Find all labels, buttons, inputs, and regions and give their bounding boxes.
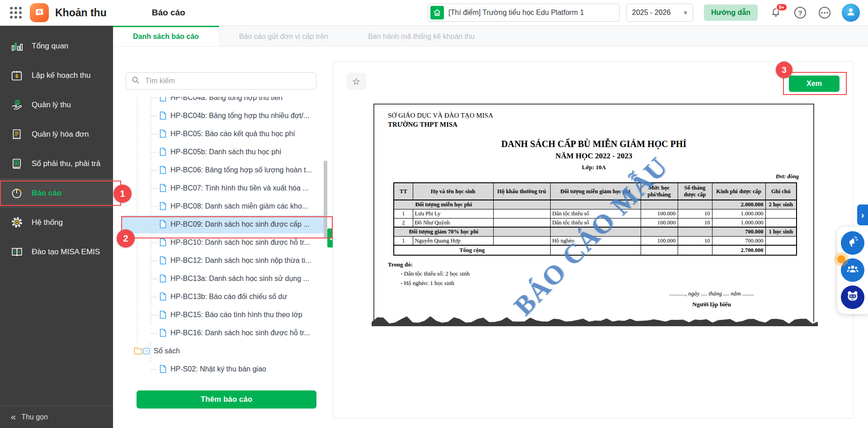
- tab-0[interactable]: Danh sách báo cáo: [113, 26, 219, 46]
- report-item-10[interactable]: HP-BC13a: Danh sách học sinh sử dụng ...: [122, 270, 325, 288]
- doc-table-cell: 1: [394, 236, 413, 245]
- app-grid-icon[interactable]: [10, 7, 22, 19]
- report-item-5[interactable]: HP-BC07: Tình hình thu tiền và xuất hóa …: [122, 179, 325, 197]
- announcements-button[interactable]: [841, 231, 864, 255]
- minus-box-icon[interactable]: [143, 348, 150, 354]
- report-item-7[interactable]: HP-BC09: Danh sách học sinh được cấp ...: [122, 215, 325, 233]
- add-report-button[interactable]: Thêm báo cáo: [137, 390, 316, 409]
- sidebar-item-6[interactable]: Hệ thống: [0, 208, 113, 237]
- tree-connector: [151, 170, 157, 171]
- file-icon: [159, 256, 167, 266]
- doc-table-cell: [493, 218, 550, 227]
- open-book-icon: [10, 246, 24, 258]
- tab-2[interactable]: Ban hành mã thống kê khoản thu: [348, 26, 495, 46]
- doc-table-row: 1Lưu Phi LyDân tộc thiểu số100.000101.00…: [394, 209, 797, 218]
- more-button[interactable]: [818, 6, 831, 19]
- sidebar-item-0[interactable]: Tổng quan: [0, 31, 113, 61]
- tree-connector: [151, 333, 157, 333]
- chevron-right-icon: [861, 210, 864, 220]
- guide-button[interactable]: Hướng dẫn: [704, 5, 758, 21]
- report-item-11[interactable]: HP-BC13b: Báo cáo đối chiếu số dư: [122, 288, 325, 306]
- list-scrollbar[interactable]: [324, 161, 327, 238]
- doc-table-cell: [765, 236, 797, 245]
- report-item-3[interactable]: HP-BC05b: Danh sách thu học phí: [122, 143, 325, 161]
- doc-table-row: Tổng cộng2.700.000: [394, 245, 797, 255]
- people-icon: [846, 263, 859, 277]
- user-avatar[interactable]: [842, 4, 860, 22]
- report-item-4[interactable]: HP-BC06: Bảng tổng hợp số lượng hoàn t..…: [122, 161, 325, 179]
- doc-table-cell: 100.000: [641, 209, 678, 218]
- chevron-down-icon: [684, 9, 688, 17]
- collapse-chevrons-icon: [11, 412, 16, 422]
- preview-panel: Xem SỞ GIÁO DỤC VÀ ĐÀO TẠO MISA TRƯỜNG T…: [333, 61, 854, 418]
- sidebar-collapse-button[interactable]: Thu gọn: [0, 405, 113, 428]
- report-item-0[interactable]: HP-BC04a: Bảng tổng hợp thu tiền: [122, 97, 325, 107]
- doc-table-cell: [493, 236, 550, 245]
- report-item-label: HP-S02: Nhật ký thu bàn giao: [170, 365, 266, 373]
- annotation-step-2: 2: [117, 229, 135, 247]
- report-search: [126, 72, 316, 90]
- tab-1[interactable]: Báo cáo gửi đơn vị cấp trên: [219, 26, 348, 46]
- doc-table-header-cell: Kinh phí được cấp: [712, 183, 765, 200]
- doc-table-cell: Hộ nghèo: [550, 236, 641, 245]
- file-icon: [159, 166, 167, 176]
- doc-table-cell: 1 học sinh: [765, 227, 797, 236]
- doc-table-cell: [550, 227, 641, 236]
- favorite-button[interactable]: [346, 73, 366, 90]
- doc-summary-line: - Hộ nghèo: 1 học sinh: [401, 280, 454, 287]
- doc-date-line: ..........., ngày .... tháng .... năm ..…: [637, 290, 786, 297]
- report-item-label: HP-BC15: Báo cáo tình hình thu theo lớp: [170, 311, 302, 319]
- notifications-button[interactable]: 9+: [769, 6, 782, 19]
- sidebar-item-7[interactable]: Đào tạo MISA EMIS: [0, 237, 113, 266]
- sidebar-item-4[interactable]: $Sổ phải thu, phải trả: [0, 149, 113, 178]
- doc-table-cell: [493, 209, 550, 218]
- sidebar-item-5[interactable]: Báo cáo: [0, 178, 113, 208]
- sidebar-item-3[interactable]: Quản lý hóa đơn: [0, 119, 113, 149]
- torn-paper-edge: [372, 315, 818, 327]
- doc-table-cell: 700.000: [712, 227, 765, 236]
- school-year-select[interactable]: 2025 - 2026: [626, 4, 693, 22]
- report-item-13[interactable]: HP-BC16: Danh sách học sinh được hỗ tr..…: [122, 324, 325, 342]
- report-item-2[interactable]: HP-BC05: Báo cáo kết quả thu học phí: [122, 125, 325, 143]
- school-selector[interactable]: [Thí điểm] Trường tiểu học Edu Platform …: [428, 4, 620, 22]
- doc-table-row: 1Nguyễn Quang HợpHộ nghèo100.00010700.00…: [394, 236, 797, 245]
- folder-so-sach[interactable]: Sổ sách: [122, 342, 325, 360]
- file-icon: [159, 202, 167, 212]
- sidebar-item-2[interactable]: $Quản lý thu: [0, 90, 113, 119]
- tree-connector: [151, 279, 157, 279]
- sidebar-item-1[interactable]: $Lập kế hoạch thu: [0, 61, 113, 90]
- help-button[interactable]: [794, 6, 807, 19]
- top-nav-bao-cao[interactable]: Báo cáo: [152, 8, 185, 18]
- doc-table-cell: 1.000.000: [712, 209, 765, 218]
- report-item-label: HP-BC07: Tình hình thu tiền và xuất hóa …: [170, 184, 309, 192]
- doc-table-cell: Dân tộc thiểu số: [550, 218, 641, 227]
- folder-child-0[interactable]: HP-S02: Nhật ký thu bàn giao: [122, 360, 325, 378]
- assistant-button[interactable]: [841, 285, 864, 309]
- report-item-9[interactable]: HP-BC12: Danh sách học sinh nộp thừa ti.…: [122, 252, 325, 270]
- svg-text:$: $: [15, 73, 18, 79]
- report-item-label: HP-BC16: Danh sách học sinh được hỗ tr..…: [170, 329, 310, 337]
- annotation-step-1: 1: [113, 185, 132, 203]
- svg-text:$: $: [38, 10, 41, 14]
- view-button[interactable]: Xem: [789, 76, 840, 92]
- report-item-label: HP-BC05: Báo cáo kết quả thu học phí: [170, 130, 295, 138]
- school-name: [Thí điểm] Trường tiểu học Edu Platform …: [448, 9, 584, 17]
- doc-table-cell: 2 học sinh: [765, 200, 797, 209]
- doc-table-cell: Nguyễn Quang Hợp: [413, 236, 493, 245]
- doc-table-cell: [641, 200, 678, 209]
- sidebar-item-label: Hệ thống: [32, 218, 63, 227]
- sidebar: Tổng quan$Lập kế hoạch thu$Quản lý thuQu…: [0, 26, 113, 428]
- file-icon: [159, 310, 167, 321]
- khoan-thu-app-logo[interactable]: $: [30, 3, 49, 22]
- bar-chart-icon: [10, 40, 24, 52]
- report-item-8[interactable]: HP-BC10: Danh sách học sinh được hỗ tr..…: [122, 233, 325, 252]
- search-input[interactable]: [144, 76, 311, 86]
- report-item-6[interactable]: HP-BC08: Danh sách miễn giảm các kho...: [122, 197, 325, 215]
- panda-bot-icon: [846, 290, 859, 305]
- doc-title: DANH SÁCH CẤP BÙ MIỄN GIẢM HỌC PHÍ: [374, 139, 813, 149]
- tree-connector: [151, 188, 157, 189]
- file-icon: [159, 111, 167, 122]
- report-item-12[interactable]: HP-BC15: Báo cáo tình hình thu theo lớp: [122, 306, 325, 324]
- report-item-1[interactable]: HP-BC04b: Bảng tổng hợp thu nhiều đợt/..…: [122, 107, 325, 125]
- expand-drawer-tab[interactable]: [857, 204, 868, 225]
